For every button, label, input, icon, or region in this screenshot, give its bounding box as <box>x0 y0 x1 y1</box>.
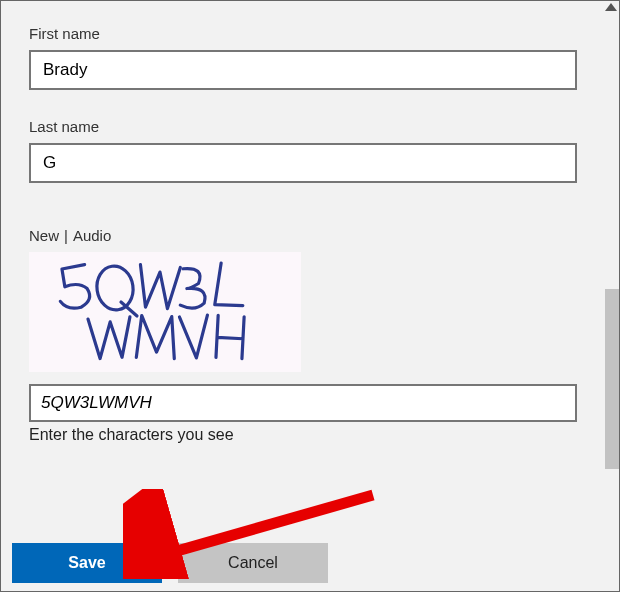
captcha-hint: Enter the characters you see <box>29 426 591 444</box>
first-name-input[interactable] <box>29 50 577 90</box>
captcha-new-link[interactable]: New <box>29 227 59 244</box>
form-content: First name Last name New|Audio <box>1 1 619 444</box>
captcha-controls: New|Audio <box>29 227 591 244</box>
captcha-image <box>29 252 301 372</box>
last-name-label: Last name <box>29 118 591 135</box>
divider: | <box>59 227 73 244</box>
first-name-group: First name <box>29 25 591 90</box>
captcha-audio-link[interactable]: Audio <box>73 227 111 244</box>
last-name-group: Last name <box>29 118 591 183</box>
captcha-group: New|Audio <box>29 227 591 444</box>
svg-point-0 <box>94 264 136 313</box>
last-name-input[interactable] <box>29 143 577 183</box>
button-row: Save Cancel <box>12 543 328 583</box>
save-button[interactable]: Save <box>12 543 162 583</box>
scroll-up-arrow[interactable] <box>605 3 617 11</box>
scrollbar-thumb[interactable] <box>605 289 619 469</box>
captcha-input[interactable] <box>29 384 577 422</box>
cancel-button[interactable]: Cancel <box>178 543 328 583</box>
first-name-label: First name <box>29 25 591 42</box>
dialog-panel: First name Last name New|Audio <box>0 0 620 592</box>
